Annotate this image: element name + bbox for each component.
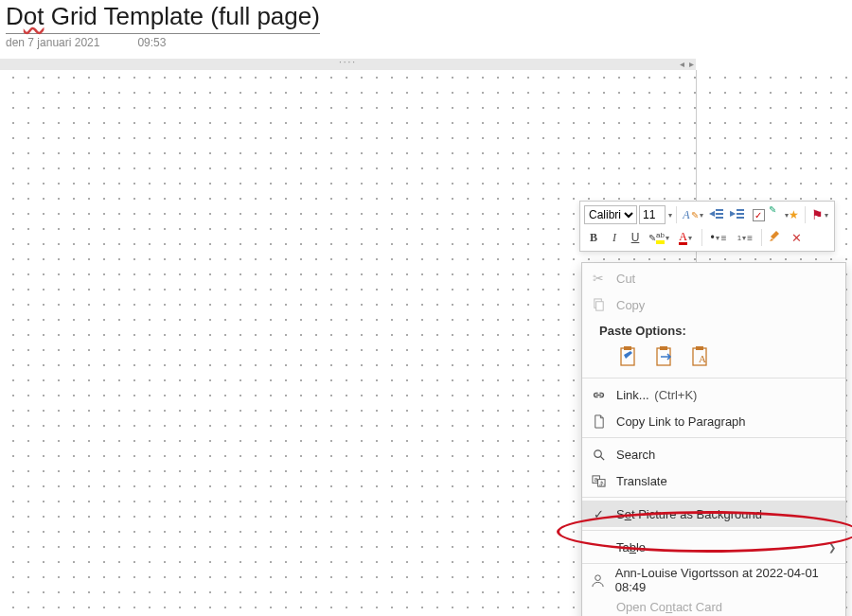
font-size-input[interactable] [639,205,666,224]
separator [805,206,806,223]
person-icon [590,573,606,588]
separator [701,229,702,246]
page-header: Dot Grid Template (full page) den 7 janu… [0,0,852,49]
menu-item-author-info[interactable]: Ann-Louise Vigortsson at 2022-04-01 08:4… [582,567,845,593]
italic-button[interactable]: I [605,228,624,247]
underline-button[interactable]: U [626,228,645,247]
paste-keep-formatting-button[interactable] [616,343,643,370]
menu-item-set-picture-background[interactable]: Set Picture as Background [582,501,845,527]
menu-separator [582,530,845,531]
svg-point-17 [595,574,601,580]
svg-point-11 [594,449,601,457]
ruler-arrow-right-icon[interactable]: ▸ [689,59,694,69]
svg-rect-9 [696,346,703,350]
title-text: Dot Grid Template (full page) [6,2,320,30]
svg-rect-5 [624,346,631,350]
font-color-button[interactable]: A▾ [673,228,698,247]
search-icon [590,448,607,462]
menu-item-link[interactable]: Link... (Ctrl+K) [582,381,845,408]
menu-item-copy-link-paragraph[interactable]: Copy Link to Paragraph [582,408,845,434]
page-meta: den 7 januari 2021 09:53 [6,36,852,49]
translate-icon: aあ [590,474,607,488]
page-title[interactable]: Dot Grid Template (full page) [6,0,320,34]
chevron-right-icon: ❯ [828,542,836,553]
format-painter-button[interactable] [766,228,785,247]
separator [676,206,677,223]
bold-button[interactable]: B [584,228,603,247]
horizontal-ruler[interactable]: ◂ ▸ [0,59,696,70]
menu-separator [582,497,845,498]
font-family-select[interactable]: Calibri [584,205,637,224]
menu-item-cut[interactable]: ✂ Cut [582,265,845,291]
svg-line-12 [600,456,604,460]
menu-item-copy[interactable]: Copy [582,291,845,318]
todo-tag-button[interactable]: ✓ [749,205,768,224]
font-size-dropdown-icon[interactable]: ▾ [668,211,672,220]
flag-button[interactable]: ⚑▾ [809,205,830,224]
paste-text-only-button[interactable]: A [688,343,715,370]
page-time: 09:53 [137,36,166,49]
styles-button[interactable]: A ✎ ▾ [681,205,705,224]
numbering-button[interactable]: ▾ [733,228,757,247]
menu-item-translate[interactable]: aあ Translate [582,467,845,494]
menu-separator [582,378,845,378]
scissors-icon: ✂ [590,271,607,286]
bullets-button[interactable]: ▾ [706,228,731,247]
menu-item-search[interactable]: Search [582,441,845,467]
document-icon [590,414,607,429]
svg-text:A: A [699,353,706,364]
menu-separator [582,563,845,564]
svg-text:あ: あ [599,480,605,486]
link-icon [590,388,607,402]
delete-button[interactable]: ✕ [787,228,806,247]
paste-options-label: Paste Options: [582,318,845,343]
check-icon [590,507,607,521]
svg-rect-1 [595,301,603,309]
decrease-indent-button[interactable] [707,205,726,224]
separator [761,229,762,246]
increase-indent-button[interactable] [728,205,747,224]
highlight-button[interactable]: ✎ab ▾ [647,228,671,247]
tags-button[interactable]: ▾ [770,205,801,224]
paste-options-row: A [582,343,845,375]
context-menu: ✂ Cut Copy Paste Options: A Link... (Ctr… [581,262,846,616]
copy-icon [590,298,607,312]
menu-separator [582,437,845,438]
menu-item-table[interactable]: Table ❯ [582,534,845,560]
menu-item-open-contact-card[interactable]: Open Contact Card [582,593,845,616]
svg-rect-7 [660,346,667,350]
page-date: den 7 januari 2021 [6,36,99,49]
paste-merge-formatting-button[interactable] [652,343,679,370]
ruler-arrow-left-icon[interactable]: ◂ [680,59,684,69]
mini-toolbar: Calibri ▾ A ✎ ▾ ✓ ▾ ⚑▾ B I U ✎ab ▾ A▾ ▾ … [579,201,835,252]
